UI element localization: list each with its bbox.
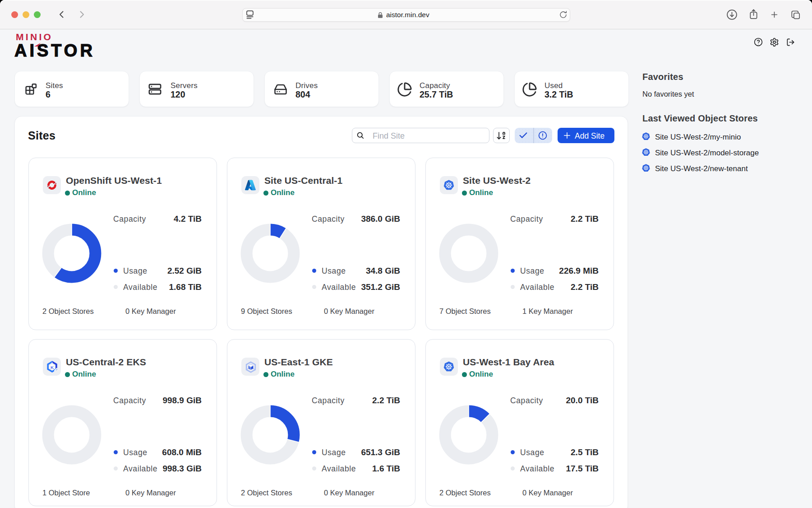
svg-text:K: K — [51, 365, 54, 370]
